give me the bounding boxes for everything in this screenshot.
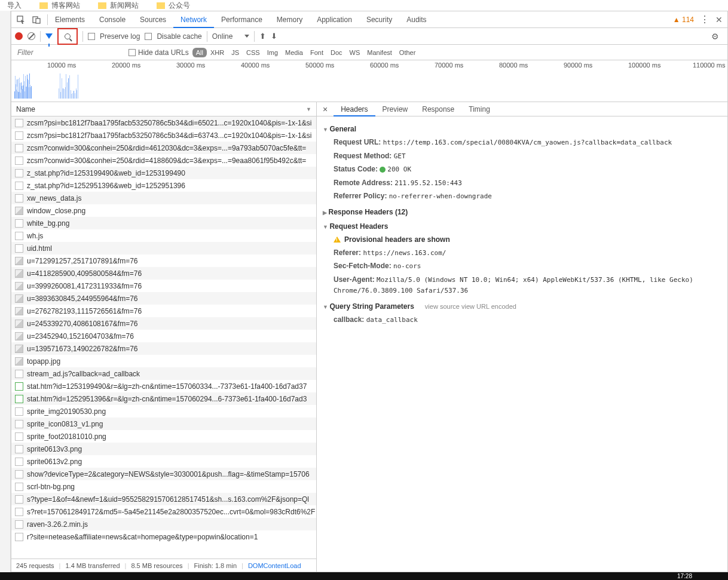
filter-chip-ws[interactable]: WS xyxy=(346,48,364,57)
request-list[interactable]: zcsm?psi=bc1812f7baa1795facb53250786c5b3… xyxy=(11,116,316,558)
search-toggle-highlight[interactable] xyxy=(57,28,78,45)
bookmark-item[interactable]: 博客网站 xyxy=(39,1,80,11)
request-row[interactable]: window_close.png xyxy=(11,204,316,217)
request-row[interactable]: sprite_icon0813_v1.png xyxy=(11,418,316,430)
filter-icon[interactable] xyxy=(45,33,53,39)
detail-tab-headers[interactable]: Headers xyxy=(334,102,375,116)
request-row[interactable]: xw_news_data.js xyxy=(11,192,316,204)
request-row[interactable]: z_stat.php?id=1252951396&web_id=12529513… xyxy=(11,179,316,192)
tab-performance[interactable]: Performance xyxy=(214,11,270,28)
file-type-icon xyxy=(15,382,23,391)
tab-application[interactable]: Application xyxy=(310,11,359,28)
request-row[interactable]: stat.htm?id=1252951396&r=&lg=zh-cn&ntime… xyxy=(11,392,316,405)
request-row[interactable]: r?site=netease&affiliate=news&cat=homepa… xyxy=(11,530,316,543)
request-name: sprite_foot20181010.png xyxy=(27,432,106,441)
tab-security[interactable]: Security xyxy=(359,11,399,28)
inspect-icon[interactable] xyxy=(16,15,26,24)
chevron-down-icon[interactable] xyxy=(244,35,249,38)
throttling-select[interactable]: Online xyxy=(212,32,240,41)
tab-audits[interactable]: Audits xyxy=(399,11,433,28)
warn-count[interactable]: ▲ 114 xyxy=(673,16,694,24)
name-column-header[interactable]: Name ▼ xyxy=(11,102,316,116)
file-type-icon xyxy=(15,445,23,453)
section-response-headers[interactable]: Response Headers (12) xyxy=(323,208,721,216)
request-name: zcsm?psi=bc1812f7baa1795facb53250786c5b3… xyxy=(27,119,311,127)
more-icon[interactable]: ⋮ xyxy=(700,14,709,25)
request-row[interactable]: wh.js xyxy=(11,229,316,242)
request-row[interactable]: stream_ad.js?callback=ad_callback xyxy=(11,367,316,380)
disable-cache-checkbox[interactable] xyxy=(145,33,152,40)
filter-chip-media[interactable]: Media xyxy=(282,48,307,57)
request-row[interactable]: zcsm?psi=bc1812f7baa1795facb53250786c5b3… xyxy=(11,116,316,129)
upload-icon[interactable]: ⬆ xyxy=(259,32,266,41)
request-row[interactable]: zcsm?conwid=300&conhei=250&rdid=4612030&… xyxy=(11,142,316,154)
request-row[interactable]: u=23452940,1521604703&fm=76 xyxy=(11,330,316,342)
file-type-icon xyxy=(15,131,23,140)
timeline-overview[interactable]: 10000 ms20000 ms30000 ms40000 ms50000 ms… xyxy=(11,60,727,102)
gear-icon[interactable]: ⚙ xyxy=(711,32,719,41)
section-request-headers[interactable]: Request Headers xyxy=(323,222,721,231)
section-qsp[interactable]: Query String Parametersview source view … xyxy=(323,302,721,311)
request-row[interactable]: zcsm?psi=bc1812f7baa1795facb53250786c5b3… xyxy=(11,129,316,142)
qsp-links[interactable]: view source view URL encoded xyxy=(425,303,516,310)
tab-elements[interactable]: Elements xyxy=(48,11,92,28)
detail-tab-timing[interactable]: Timing xyxy=(461,102,497,116)
preserve-log-checkbox[interactable] xyxy=(88,33,95,40)
request-row[interactable]: raven-3.26.2.min.js xyxy=(11,518,316,530)
filter-chip-doc[interactable]: Doc xyxy=(327,48,346,57)
request-row[interactable]: u=3893630845,244955964&fm=76 xyxy=(11,292,316,305)
request-row[interactable]: sprite0613v3.png xyxy=(11,443,316,455)
filter-chip-all[interactable]: All xyxy=(192,48,207,57)
download-icon[interactable]: ⬇ xyxy=(271,32,277,41)
request-row[interactable]: u=712991257,2517107891&fm=76 xyxy=(11,254,316,267)
device-icon[interactable] xyxy=(32,15,41,24)
detail-pane: × HeadersPreviewResponseTiming General R… xyxy=(317,102,727,572)
filter-chip-css[interactable]: CSS xyxy=(243,48,264,57)
request-row[interactable]: sprite0613v2.png xyxy=(11,455,316,468)
request-row[interactable]: zcsm?conwid=300&conhei=250&rdid=4188609&… xyxy=(11,154,316,167)
tab-network[interactable]: Network xyxy=(173,11,214,28)
request-row[interactable]: stat.htm?id=1253199490&r=&lg=zh-cn&ntime… xyxy=(11,380,316,392)
close-devtools-icon[interactable]: ✕ xyxy=(715,15,723,24)
filter-chip-img[interactable]: Img xyxy=(264,48,282,57)
request-row[interactable]: uid.html xyxy=(11,242,316,254)
request-row[interactable]: s?type=1&of=4&newf=1&uid=955258291570612… xyxy=(11,493,316,505)
filter-chip-font[interactable]: Font xyxy=(307,48,327,57)
bookmark-item[interactable]: 新闻网站 xyxy=(98,1,139,11)
request-row[interactable]: u=4118285900,4095800584&fm=76 xyxy=(11,267,316,280)
file-type-icon xyxy=(15,332,23,340)
request-row[interactable]: u=139571673,1490226782&fm=76 xyxy=(11,342,316,355)
request-row[interactable]: sprite_img20190530.png xyxy=(11,405,316,418)
section-general[interactable]: General xyxy=(323,125,721,133)
tab-console[interactable]: Console xyxy=(92,11,133,28)
request-row[interactable]: scrl-btn-bg.png xyxy=(11,480,316,493)
filter-chip-xhr[interactable]: XHR xyxy=(207,48,228,57)
request-row[interactable]: u=2762782193,1115726561&fm=76 xyxy=(11,305,316,317)
tab-sources[interactable]: Sources xyxy=(133,11,173,28)
detail-tab-response[interactable]: Response xyxy=(415,102,461,116)
tab-memory[interactable]: Memory xyxy=(270,11,310,28)
filter-chip-other[interactable]: Other xyxy=(396,48,420,57)
record-icon[interactable] xyxy=(15,32,23,40)
request-row[interactable]: sprite_foot20181010.png xyxy=(11,430,316,443)
request-row[interactable]: s?ret=1570612849172&md5=-5a45e21145e2a28… xyxy=(11,505,316,518)
request-row[interactable]: u=3999260081,4172311933&fm=76 xyxy=(11,280,316,292)
close-detail-icon[interactable]: × xyxy=(317,105,334,114)
clear-icon[interactable] xyxy=(27,32,35,40)
request-row[interactable]: topapp.jpg xyxy=(11,355,316,367)
timeline-tick: 70000 ms xyxy=(435,62,463,69)
timeline-tick: 30000 ms xyxy=(176,62,205,69)
request-name: u=3893630845,244955964&fm=76 xyxy=(27,294,138,303)
bookmark-item[interactable]: 公众号 xyxy=(157,1,190,11)
request-row[interactable]: u=245339270,4086108167&fm=76 xyxy=(11,317,316,330)
filter-chip-manifest[interactable]: Manifest xyxy=(363,48,396,57)
hide-dataurls-checkbox[interactable] xyxy=(129,49,136,56)
filter-chip-js[interactable]: JS xyxy=(228,48,243,57)
filter-input[interactable] xyxy=(15,47,123,59)
request-row[interactable]: show?deviceType=2&category=NEWS&style=30… xyxy=(11,468,316,480)
bookmark-item[interactable]: 导入 xyxy=(7,1,22,11)
request-row[interactable]: white_bg.png xyxy=(11,217,316,229)
request-row[interactable]: z_stat.php?id=1253199490&web_id=12531994… xyxy=(11,167,316,179)
warning-icon xyxy=(334,237,341,243)
detail-tab-preview[interactable]: Preview xyxy=(375,102,415,116)
